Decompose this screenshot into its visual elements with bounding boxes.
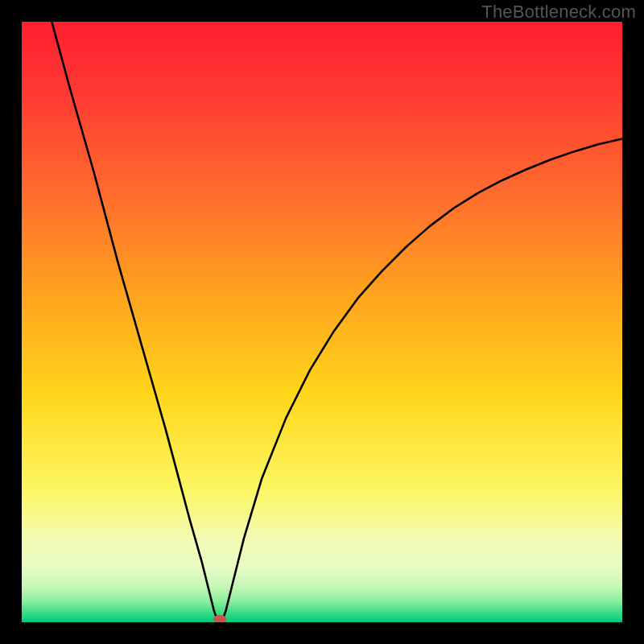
bottleneck-chart bbox=[22, 22, 622, 622]
watermark-label: TheBottleneck.com bbox=[481, 2, 636, 23]
chart-frame: TheBottleneck.com bbox=[0, 0, 644, 644]
chart-background bbox=[22, 22, 622, 622]
